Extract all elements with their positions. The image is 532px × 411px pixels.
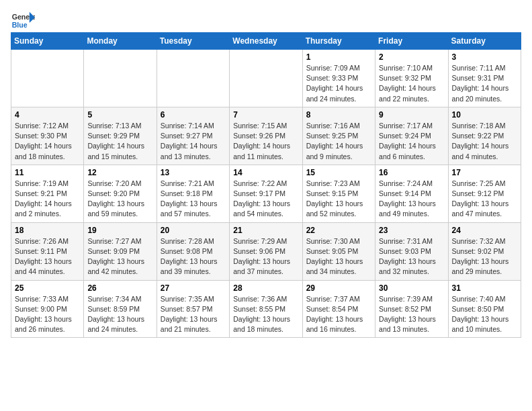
calendar-header-row: SundayMondayTuesdayWednesdayThursdayFrid…	[11, 33, 521, 50]
day-number: 20	[161, 226, 226, 235]
calendar-cell: 9Sunrise: 7:17 AM Sunset: 9:24 PM Daylig…	[375, 107, 448, 165]
calendar-cell: 21Sunrise: 7:29 AM Sunset: 9:06 PM Dayli…	[230, 222, 302, 280]
calendar-cell	[84, 50, 157, 107]
calendar-cell: 2Sunrise: 7:10 AM Sunset: 9:32 PM Daylig…	[375, 50, 448, 107]
day-number: 2	[379, 52, 444, 62]
day-info: Sunrise: 7:13 AM Sunset: 9:29 PM Dayligh…	[87, 121, 152, 162]
day-number: 24	[452, 226, 517, 235]
day-number: 30	[379, 283, 444, 293]
calendar-cell: 15Sunrise: 7:23 AM Sunset: 9:15 PM Dayli…	[302, 165, 375, 222]
header-cell-saturday: Saturday	[448, 33, 521, 50]
calendar-cell: 29Sunrise: 7:37 AM Sunset: 8:54 PM Dayli…	[302, 280, 375, 338]
calendar-cell	[157, 50, 229, 107]
day-info: Sunrise: 7:20 AM Sunset: 9:20 PM Dayligh…	[87, 179, 152, 220]
calendar-cell: 30Sunrise: 7:39 AM Sunset: 8:52 PM Dayli…	[375, 280, 448, 338]
calendar-cell: 17Sunrise: 7:25 AM Sunset: 9:12 PM Dayli…	[448, 165, 521, 222]
day-number: 9	[379, 110, 444, 120]
calendar-week-0: 1Sunrise: 7:09 AM Sunset: 9:33 PM Daylig…	[11, 50, 521, 107]
calendar-cell: 8Sunrise: 7:16 AM Sunset: 9:25 PM Daylig…	[302, 107, 375, 165]
day-info: Sunrise: 7:36 AM Sunset: 8:55 PM Dayligh…	[233, 294, 298, 335]
day-number: 19	[87, 226, 152, 235]
day-number: 10	[452, 110, 517, 120]
calendar-cell: 16Sunrise: 7:24 AM Sunset: 9:14 PM Dayli…	[375, 165, 448, 222]
day-number: 11	[15, 168, 80, 177]
day-info: Sunrise: 7:14 AM Sunset: 9:27 PM Dayligh…	[161, 121, 226, 162]
day-number: 16	[379, 168, 444, 177]
day-number: 26	[87, 283, 152, 293]
calendar-week-4: 25Sunrise: 7:33 AM Sunset: 9:00 PM Dayli…	[11, 280, 521, 338]
calendar-cell: 1Sunrise: 7:09 AM Sunset: 9:33 PM Daylig…	[302, 50, 375, 107]
calendar-cell	[11, 50, 84, 107]
calendar-cell: 11Sunrise: 7:19 AM Sunset: 9:21 PM Dayli…	[11, 165, 84, 222]
day-info: Sunrise: 7:19 AM Sunset: 9:21 PM Dayligh…	[15, 179, 80, 220]
header-cell-friday: Friday	[375, 33, 448, 50]
day-info: Sunrise: 7:27 AM Sunset: 9:09 PM Dayligh…	[87, 236, 152, 277]
day-number: 1	[306, 52, 371, 62]
day-info: Sunrise: 7:24 AM Sunset: 9:14 PM Dayligh…	[379, 179, 444, 220]
day-number: 3	[452, 52, 517, 62]
calendar-cell: 23Sunrise: 7:31 AM Sunset: 9:03 PM Dayli…	[375, 222, 448, 280]
day-info: Sunrise: 7:37 AM Sunset: 8:54 PM Dayligh…	[306, 294, 371, 335]
calendar-cell: 4Sunrise: 7:12 AM Sunset: 9:30 PM Daylig…	[11, 107, 84, 165]
calendar-week-3: 18Sunrise: 7:26 AM Sunset: 9:11 PM Dayli…	[11, 222, 521, 280]
calendar-cell: 25Sunrise: 7:33 AM Sunset: 9:00 PM Dayli…	[11, 280, 84, 338]
calendar-cell: 5Sunrise: 7:13 AM Sunset: 9:29 PM Daylig…	[84, 107, 157, 165]
day-number: 4	[15, 110, 80, 120]
svg-text:Blue: Blue	[12, 21, 28, 29]
header-cell-monday: Monday	[84, 33, 157, 50]
day-info: Sunrise: 7:09 AM Sunset: 9:33 PM Dayligh…	[306, 63, 371, 104]
calendar-cell: 26Sunrise: 7:34 AM Sunset: 8:59 PM Dayli…	[84, 280, 157, 338]
calendar-week-2: 11Sunrise: 7:19 AM Sunset: 9:21 PM Dayli…	[11, 165, 521, 222]
calendar-cell: 6Sunrise: 7:14 AM Sunset: 9:27 PM Daylig…	[157, 107, 229, 165]
day-info: Sunrise: 7:10 AM Sunset: 9:32 PM Dayligh…	[379, 63, 444, 104]
calendar-cell: 28Sunrise: 7:36 AM Sunset: 8:55 PM Dayli…	[230, 280, 302, 338]
day-number: 21	[233, 226, 298, 235]
day-number: 22	[306, 226, 371, 235]
calendar-cell: 31Sunrise: 7:40 AM Sunset: 8:50 PM Dayli…	[448, 280, 521, 338]
calendar-cell: 18Sunrise: 7:26 AM Sunset: 9:11 PM Dayli…	[11, 222, 84, 280]
day-info: Sunrise: 7:40 AM Sunset: 8:50 PM Dayligh…	[452, 294, 517, 335]
day-info: Sunrise: 7:35 AM Sunset: 8:57 PM Dayligh…	[161, 294, 226, 335]
day-number: 17	[452, 168, 517, 177]
day-number: 5	[87, 110, 152, 120]
day-number: 29	[306, 283, 371, 293]
logo-icon: General Blue	[11, 11, 35, 30]
day-number: 7	[233, 110, 298, 120]
day-info: Sunrise: 7:26 AM Sunset: 9:11 PM Dayligh…	[15, 236, 80, 277]
day-number: 14	[233, 168, 298, 177]
day-info: Sunrise: 7:16 AM Sunset: 9:25 PM Dayligh…	[306, 121, 371, 162]
calendar-cell: 19Sunrise: 7:27 AM Sunset: 9:09 PM Dayli…	[84, 222, 157, 280]
day-info: Sunrise: 7:17 AM Sunset: 9:24 PM Dayligh…	[379, 121, 444, 162]
day-info: Sunrise: 7:23 AM Sunset: 9:15 PM Dayligh…	[306, 179, 371, 220]
day-info: Sunrise: 7:25 AM Sunset: 9:12 PM Dayligh…	[452, 179, 517, 220]
day-info: Sunrise: 7:22 AM Sunset: 9:17 PM Dayligh…	[233, 179, 298, 220]
calendar-cell: 7Sunrise: 7:15 AM Sunset: 9:26 PM Daylig…	[230, 107, 302, 165]
day-number: 23	[379, 226, 444, 235]
day-info: Sunrise: 7:29 AM Sunset: 9:06 PM Dayligh…	[233, 236, 298, 277]
day-info: Sunrise: 7:28 AM Sunset: 9:08 PM Dayligh…	[161, 236, 226, 277]
calendar-cell: 20Sunrise: 7:28 AM Sunset: 9:08 PM Dayli…	[157, 222, 229, 280]
header-cell-sunday: Sunday	[11, 33, 84, 50]
day-number: 28	[233, 283, 298, 293]
calendar-cell: 22Sunrise: 7:30 AM Sunset: 9:05 PM Dayli…	[302, 222, 375, 280]
calendar-table: SundayMondayTuesdayWednesdayThursdayFrid…	[11, 32, 521, 338]
day-number: 13	[161, 168, 226, 177]
calendar-cell: 27Sunrise: 7:35 AM Sunset: 8:57 PM Dayli…	[157, 280, 229, 338]
day-info: Sunrise: 7:15 AM Sunset: 9:26 PM Dayligh…	[233, 121, 298, 162]
calendar-cell: 24Sunrise: 7:32 AM Sunset: 9:02 PM Dayli…	[448, 222, 521, 280]
calendar-cell	[230, 50, 302, 107]
day-info: Sunrise: 7:12 AM Sunset: 9:30 PM Dayligh…	[15, 121, 80, 162]
day-number: 6	[161, 110, 226, 120]
day-number: 27	[161, 283, 226, 293]
calendar-cell: 13Sunrise: 7:21 AM Sunset: 9:18 PM Dayli…	[157, 165, 229, 222]
day-number: 8	[306, 110, 371, 120]
day-number: 31	[452, 283, 517, 293]
calendar-cell: 14Sunrise: 7:22 AM Sunset: 9:17 PM Dayli…	[230, 165, 302, 222]
day-info: Sunrise: 7:33 AM Sunset: 9:00 PM Dayligh…	[15, 294, 80, 335]
calendar-cell: 12Sunrise: 7:20 AM Sunset: 9:20 PM Dayli…	[84, 165, 157, 222]
calendar-week-1: 4Sunrise: 7:12 AM Sunset: 9:30 PM Daylig…	[11, 107, 521, 165]
header: General Blue	[11, 11, 521, 30]
day-number: 12	[87, 168, 152, 177]
day-number: 18	[15, 226, 80, 235]
calendar-cell: 3Sunrise: 7:11 AM Sunset: 9:31 PM Daylig…	[448, 50, 521, 107]
